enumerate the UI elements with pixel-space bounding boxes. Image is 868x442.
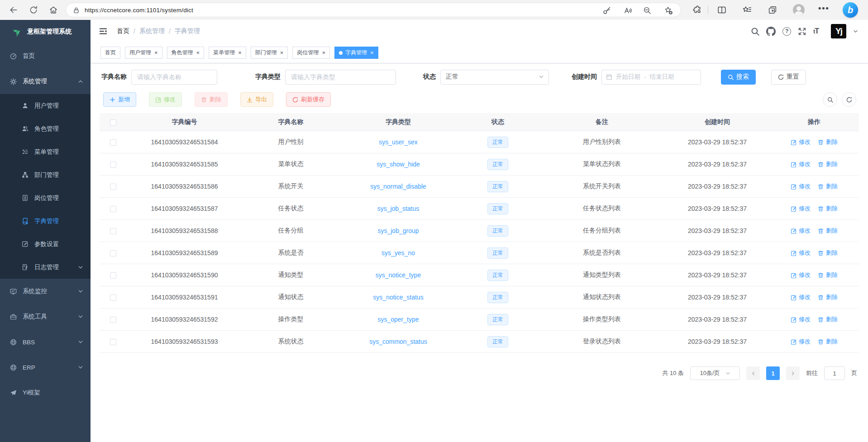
browser-profile-avatar[interactable] — [793, 4, 805, 16]
add-favorite-icon[interactable] — [664, 6, 673, 15]
refresh-table-button[interactable] — [842, 92, 856, 107]
add-button[interactable]: 新增 — [103, 92, 136, 107]
browser-reload-button[interactable] — [29, 5, 38, 14]
help-icon[interactable]: ? — [782, 27, 791, 36]
show-search-button[interactable] — [823, 92, 837, 107]
row-edit-button[interactable]: 修改 — [791, 227, 811, 235]
row-checkbox[interactable] — [110, 206, 116, 212]
row-checkbox[interactable] — [110, 250, 116, 257]
sidebar-item-post-management[interactable]: 岗位管理 — [0, 186, 91, 209]
tab-close-icon[interactable]: × — [154, 50, 158, 56]
tab[interactable]: 首页 — [100, 47, 120, 59]
row-delete-button[interactable]: 删除 — [818, 271, 838, 279]
tab[interactable]: 菜单管理 × — [209, 47, 246, 59]
zoom-out-icon[interactable] — [643, 6, 652, 15]
app-logo[interactable]: 意框架管理系统 — [0, 20, 91, 43]
dict-type-link[interactable]: sys_user_sex — [379, 138, 418, 146]
dict-type-link[interactable]: sys_show_hide — [377, 161, 420, 168]
browser-home-button[interactable] — [49, 5, 58, 14]
row-checkbox[interactable] — [110, 339, 116, 345]
sidebar-item-param-settings[interactable]: 参数设置 — [0, 233, 91, 256]
row-edit-button[interactable]: 修改 — [791, 315, 811, 323]
search-icon[interactable] — [751, 27, 759, 36]
tab[interactable]: 字典管理 × — [334, 47, 378, 59]
sidebar-item-yi-framework[interactable]: Yi框架 — [0, 380, 91, 405]
dict-type-link[interactable]: sys_notice_status — [373, 294, 423, 301]
browser-back-button[interactable] — [9, 5, 18, 14]
dict-name-input[interactable] — [131, 70, 217, 85]
chevron-down-icon[interactable] — [853, 29, 858, 34]
row-edit-button[interactable]: 修改 — [791, 271, 811, 279]
prev-page-button[interactable] — [746, 366, 760, 380]
sidebar-item-log-management[interactable]: 日志管理 — [0, 256, 91, 279]
row-delete-button[interactable]: 删除 — [818, 293, 838, 301]
search-button[interactable]: 搜索 — [721, 70, 756, 85]
sidebar-item-system-management[interactable]: 系统管理 — [0, 69, 91, 94]
sidebar-item-user-management[interactable]: 用户管理 — [0, 94, 91, 117]
date-range-picker[interactable]: 开始日期 - 结束日期 — [601, 70, 701, 85]
dict-type-link[interactable]: sys_yes_no — [382, 249, 415, 257]
sidebar-item-role-management[interactable]: 角色管理 — [0, 117, 91, 140]
select-all-checkbox[interactable] — [110, 119, 116, 126]
page-size-select[interactable]: 10条/页 — [690, 366, 740, 380]
row-edit-button[interactable]: 修改 — [791, 182, 811, 190]
github-icon[interactable] — [766, 27, 776, 36]
bing-copilot-icon[interactable]: b — [843, 2, 858, 18]
read-aloud-icon[interactable] — [623, 6, 632, 15]
tab-close-icon[interactable]: × — [196, 50, 200, 56]
row-checkbox[interactable] — [110, 272, 116, 279]
dict-type-link[interactable]: sys_oper_type — [377, 316, 419, 323]
next-page-button[interactable] — [786, 366, 800, 380]
tab[interactable]: 部门管理 × — [251, 47, 288, 59]
row-delete-button[interactable]: 删除 — [818, 249, 838, 257]
breadcrumb-home[interactable]: 首页 — [117, 27, 129, 35]
sidebar-item-dept-management[interactable]: 部门管理 — [0, 163, 91, 186]
row-delete-button[interactable]: 删除 — [818, 315, 838, 323]
sidebar-item-erp[interactable]: ERP — [0, 355, 91, 380]
row-edit-button[interactable]: 修改 — [791, 337, 811, 346]
row-delete-button[interactable]: 删除 — [818, 227, 838, 235]
tab-close-icon[interactable]: × — [280, 50, 284, 56]
row-checkbox[interactable] — [110, 228, 116, 234]
favorites-icon[interactable] — [742, 5, 752, 15]
sidebar-item-system-monitor[interactable]: 系统监控 — [0, 279, 91, 304]
status-select[interactable]: 正常 — [440, 70, 549, 85]
dict-type-link[interactable]: sys_normal_disable — [370, 183, 426, 190]
current-page-button[interactable]: 1 — [766, 366, 780, 380]
address-bar[interactable]: https://ccnetcore.com:1101/system/dict — [66, 3, 681, 17]
row-checkbox[interactable] — [110, 162, 116, 168]
row-delete-button[interactable]: 删除 — [818, 337, 838, 346]
sidebar-item-home[interactable]: 首页 — [0, 43, 91, 69]
row-checkbox[interactable] — [110, 317, 116, 323]
split-screen-icon[interactable] — [717, 5, 727, 15]
tab-close-icon[interactable]: × — [370, 50, 374, 56]
user-avatar[interactable]: Yj — [831, 24, 846, 38]
edit-button-disabled[interactable]: 修改 — [149, 92, 182, 107]
browser-menu-icon[interactable]: ••• — [818, 4, 830, 13]
password-key-icon[interactable] — [602, 6, 611, 15]
row-edit-button[interactable]: 修改 — [791, 293, 811, 301]
tab[interactable]: 角色管理 × — [167, 47, 205, 59]
export-button[interactable]: 导出 — [240, 92, 273, 107]
row-checkbox[interactable] — [110, 295, 116, 301]
tab[interactable]: 岗位管理 × — [292, 47, 330, 59]
delete-button-disabled[interactable]: 删除 — [195, 92, 228, 107]
row-delete-button[interactable]: 删除 — [818, 160, 838, 168]
reset-button[interactable]: 重置 — [771, 70, 806, 85]
sidebar-item-system-tools[interactable]: 系统工具 — [0, 304, 91, 329]
row-delete-button[interactable]: 删除 — [818, 182, 838, 190]
fullscreen-icon[interactable] — [798, 27, 806, 36]
goto-page-input[interactable] — [824, 366, 845, 380]
sidebar-item-menu-management[interactable]: 菜单管理 — [0, 140, 91, 163]
tab[interactable]: 用户管理 × — [125, 47, 162, 59]
refresh-cache-button[interactable]: 刷新缓存 — [286, 92, 331, 107]
row-delete-button[interactable]: 删除 — [818, 204, 838, 213]
dict-type-link[interactable]: sys_common_status — [369, 338, 427, 345]
sidebar-item-dict-management[interactable]: 字典管理 — [0, 209, 91, 233]
dict-type-input[interactable] — [285, 70, 396, 85]
sidebar-collapse-icon[interactable] — [99, 27, 108, 36]
row-delete-button[interactable]: 删除 — [818, 138, 838, 146]
row-edit-button[interactable]: 修改 — [791, 160, 811, 168]
font-size-icon[interactable]: tT — [813, 27, 819, 35]
dict-type-link[interactable]: sys_notice_type — [376, 271, 421, 279]
